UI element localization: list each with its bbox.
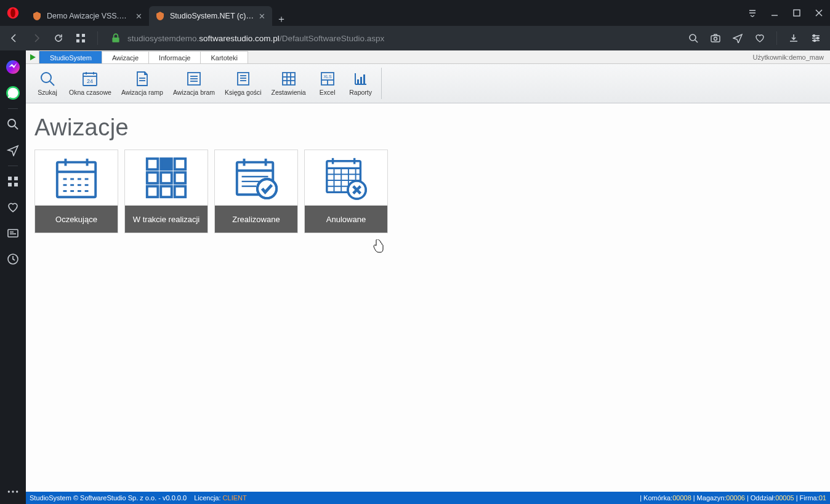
excel-icon: XLS — [320, 71, 336, 87]
svg-rect-24 — [8, 183, 12, 186]
app-menubar: StudioSystem Awizacje Informacje Kartote… — [26, 50, 830, 64]
svg-point-10 — [690, 34, 696, 41]
reload-button[interactable] — [48, 28, 69, 49]
close-window-button[interactable] — [808, 2, 830, 23]
svg-rect-81 — [161, 159, 172, 170]
svg-point-20 — [8, 119, 15, 127]
search-icon[interactable] — [683, 28, 704, 49]
speed-dial-icon[interactable] — [70, 28, 91, 49]
ribbon-ksiega-gosci[interactable]: Księga gości — [220, 64, 267, 103]
tabs-strip: Demo Awizacje VSS.net - D ✕ StudioSystem… — [26, 0, 741, 26]
copyright-text: StudioSystem © SoftwareStudio Sp. z o.o.… — [30, 494, 187, 502]
browser-navbar: studiosystemdemo.softwarestudio.com.pl/D… — [0, 26, 830, 50]
search-icon[interactable] — [0, 111, 26, 137]
messenger-icon[interactable] — [0, 54, 26, 80]
browser-tab-2[interactable]: StudioSystem.NET (c) Softw ✕ — [149, 6, 272, 26]
new-tab-button[interactable]: ＋ — [272, 13, 291, 26]
browser-tab-1[interactable]: Demo Awizacje VSS.net - D ✕ — [26, 6, 149, 26]
svg-rect-82 — [175, 159, 186, 170]
more-icon[interactable] — [0, 484, 26, 499]
page-title: Awizacje — [34, 114, 821, 141]
list-icon — [186, 71, 202, 87]
heart-icon[interactable] — [0, 194, 26, 220]
svg-point-31 — [12, 490, 14, 492]
separator — [97, 31, 98, 45]
license-text: Licencja: CLIENT — [194, 494, 247, 502]
card-oczekujace[interactable]: Oczekujące — [34, 150, 118, 233]
ribbon-awizacja-bram[interactable]: Awizacja bram — [168, 64, 220, 103]
svg-rect-50 — [283, 73, 295, 85]
tab-awizacje[interactable]: Awizacje — [102, 51, 149, 63]
app-viewport: StudioSystem Awizacje Informacje Kartote… — [26, 50, 830, 504]
calendar-icon — [35, 150, 118, 206]
svg-rect-88 — [175, 186, 186, 198]
flow-icon[interactable] — [0, 137, 26, 163]
minimize-button[interactable] — [764, 2, 786, 23]
svg-rect-25 — [14, 183, 18, 186]
tab-kartoteki[interactable]: Kartoteki — [200, 51, 248, 63]
menu-icon[interactable] — [741, 2, 764, 23]
card-anulowane[interactable]: Anulowane — [304, 150, 388, 233]
svg-rect-8 — [82, 39, 85, 42]
speed-dial-icon[interactable] — [0, 169, 26, 194]
download-icon[interactable] — [783, 28, 804, 49]
navbar-right — [683, 28, 826, 49]
ribbon-zestawienia[interactable]: Zestawienia — [267, 64, 311, 103]
ribbon-awizacja-ramp[interactable]: Awizacja ramp — [116, 64, 168, 103]
svg-rect-2 — [794, 10, 800, 16]
browser-titlebar: Demo Awizacje VSS.net - D ✕ StudioSystem… — [0, 0, 830, 26]
calendar-24-icon: 24 — [82, 71, 98, 87]
close-icon[interactable]: ✕ — [134, 12, 143, 20]
forward-button[interactable] — [26, 28, 47, 49]
heart-icon[interactable] — [749, 28, 770, 49]
ribbon-raporty[interactable]: Raporty — [344, 64, 377, 103]
chart-icon — [353, 71, 369, 87]
svg-rect-46 — [238, 73, 249, 85]
card-label: Oczekujące — [35, 206, 118, 233]
svg-point-19 — [814, 40, 816, 42]
card-label: Zrealizowane — [215, 206, 297, 233]
svg-rect-7 — [76, 39, 79, 42]
separator — [776, 31, 777, 45]
whatsapp-icon[interactable] — [0, 80, 26, 106]
svg-point-13 — [714, 38, 717, 41]
ribbon-toolbar: Szukaj 24 Okna czasowe Awizacja ramp Awi… — [26, 64, 830, 103]
tab-title: StudioSystem.NET (c) Softw — [170, 12, 254, 20]
svg-rect-62 — [360, 77, 362, 84]
svg-rect-64 — [57, 162, 95, 198]
cards-row: Oczekujące W trakcie realizacji — [34, 150, 821, 233]
window-controls — [741, 0, 830, 26]
svg-rect-6 — [82, 34, 85, 37]
svg-rect-84 — [161, 172, 172, 183]
maximize-button[interactable] — [786, 2, 808, 23]
close-icon[interactable]: ✕ — [257, 12, 266, 20]
card-w-trakcie[interactable]: W trakcie realizacji — [124, 150, 208, 233]
address-bar[interactable]: studiosystemdemo.softwarestudio.com.pl/D… — [110, 29, 675, 47]
favicon-icon — [155, 11, 165, 21]
svg-rect-83 — [147, 172, 158, 183]
tab-informacje[interactable]: Informacje — [148, 51, 201, 63]
document-icon — [134, 71, 150, 87]
svg-point-18 — [817, 38, 819, 39]
easy-setup-icon[interactable] — [805, 28, 826, 49]
tab-studiosystem[interactable]: StudioSystem — [39, 51, 102, 63]
ribbon-excel[interactable]: XLS Excel — [311, 64, 344, 103]
statusbar: StudioSystem © SoftwareStudio Sp. z o.o.… — [26, 492, 830, 504]
separator — [8, 166, 18, 166]
news-icon[interactable] — [0, 220, 26, 246]
back-button[interactable] — [4, 28, 25, 49]
ribbon-szukaj[interactable]: Szukaj — [31, 64, 64, 103]
play-icon[interactable] — [26, 50, 39, 63]
search-icon — [39, 71, 55, 87]
opera-logo[interactable] — [0, 0, 26, 26]
ribbon-okna-czasowe[interactable]: 24 Okna czasowe — [64, 64, 116, 103]
svg-text:XLS: XLS — [323, 74, 332, 79]
svg-rect-5 — [76, 34, 79, 37]
snapshot-icon[interactable] — [705, 28, 726, 49]
send-icon[interactable] — [727, 28, 748, 49]
svg-rect-23 — [14, 177, 18, 180]
history-icon[interactable] — [0, 246, 26, 272]
card-zrealizowane[interactable]: Zrealizowane — [214, 150, 298, 233]
svg-rect-26 — [8, 230, 18, 237]
svg-line-11 — [695, 40, 698, 42]
